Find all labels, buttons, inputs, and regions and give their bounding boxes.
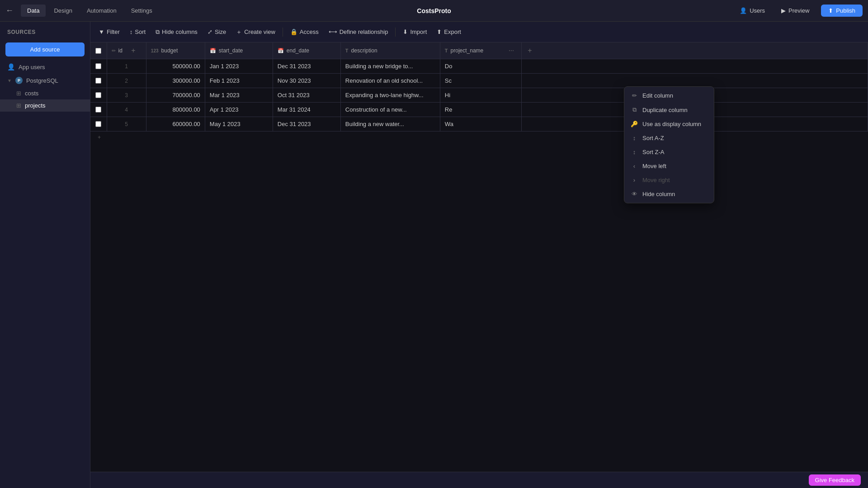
size-icon: ⤢ (208, 28, 212, 35)
move-left-icon: ‹ (631, 163, 638, 169)
export-button[interactable]: ⬆ Export (432, 26, 466, 38)
app-users-icon: 👤 (7, 63, 15, 70)
table-body: 1 500000.00 Jan 1 2023 Dec 31 2023 Build… (90, 59, 868, 131)
col-header-budget[interactable]: 123 budget (146, 42, 205, 59)
feedback-button[interactable]: Give Feedback (809, 474, 861, 486)
back-button[interactable]: ← (5, 6, 14, 15)
cell-end-date: Dec 31 2023 (273, 59, 340, 74)
budget-col-icon: 123 (151, 48, 159, 53)
col-header-end-date[interactable]: 📅 end_date (273, 42, 340, 59)
cell-end-date: Dec 31 2023 (273, 117, 340, 131)
table-row: 2 300000.00 Feb 1 2023 Nov 30 2023 Renov… (90, 74, 868, 88)
tab-settings[interactable]: Settings (125, 5, 159, 17)
col-budget-label: budget (161, 47, 178, 54)
tab-data[interactable]: Data (21, 5, 46, 17)
add-after-id-button[interactable]: + (125, 42, 142, 59)
col-header-id[interactable]: ✏ id + (107, 42, 146, 59)
sidebar-item-costs[interactable]: ⊞ costs (0, 87, 90, 99)
col-end-date-label: end_date (287, 47, 309, 54)
publish-icon: ⬆ (828, 7, 833, 14)
lock-icon: 🔒 (290, 28, 297, 35)
col-description-label: description (351, 47, 377, 54)
row-checkbox[interactable] (95, 78, 101, 84)
row-checkbox[interactable] (95, 63, 101, 69)
data-table: ✏ id + 123 budget (90, 42, 868, 131)
preview-button[interactable]: ▶ Preview (777, 5, 814, 16)
import-button[interactable]: ⬇ Import (398, 26, 431, 38)
cell-project-name: Sc (440, 74, 521, 88)
add-row-button[interactable]: + (90, 131, 868, 143)
row-checkbox[interactable] (95, 107, 101, 113)
ctx-hide-column[interactable]: 👁 Hide column (624, 187, 714, 201)
cell-description: Renovation of an old school... (340, 74, 440, 88)
add-column-header[interactable]: + (521, 42, 868, 59)
add-column-button[interactable]: + (522, 42, 538, 59)
size-button[interactable]: ⤢ Size (203, 26, 231, 38)
ctx-duplicate-column[interactable]: ⧉ Duplicate column (624, 103, 714, 117)
filter-icon: ▼ (99, 28, 104, 35)
table-row: 4 800000.00 Apr 1 2023 Mar 31 2024 Const… (90, 103, 868, 117)
create-view-button[interactable]: ＋ Create view (231, 26, 280, 38)
ctx-move-left[interactable]: ‹ Move left (624, 159, 714, 173)
ctx-move-right[interactable]: › Move right (624, 173, 714, 187)
sort-az-icon: ↕ (631, 135, 638, 141)
cell-description: Expanding a two-lane highw... (340, 88, 440, 103)
cell-end-date: Nov 30 2023 (273, 74, 340, 88)
table-row: 5 600000.00 May 1 2023 Dec 31 2023 Build… (90, 117, 868, 131)
define-relationship-button[interactable]: ⟷ Define relationship (324, 26, 393, 38)
tab-design[interactable]: Design (47, 5, 78, 17)
sidebar-item-app-users[interactable]: 👤 App users (0, 60, 90, 74)
sidebar-item-projects[interactable]: ⊞ projects (0, 99, 90, 112)
users-button[interactable]: 👤 Users (735, 5, 769, 16)
cell-project-name: Do (440, 59, 521, 74)
project-name-menu-button[interactable]: ⋯ (506, 46, 517, 56)
col-header-start-date[interactable]: 📅 start_date (205, 42, 273, 59)
projects-label: projects (25, 102, 46, 109)
cell-description: Building a new water... (340, 117, 440, 131)
sidebar-item-postgresql[interactable]: ▼ P PostgreSQL (0, 74, 90, 87)
row-checkbox-cell (90, 103, 107, 117)
table-row: 1 500000.00 Jan 1 2023 Dec 31 2023 Build… (90, 59, 868, 74)
ctx-use-display-column[interactable]: 🔑 Use as display column (624, 117, 714, 131)
tab-automation[interactable]: Automation (80, 5, 123, 17)
col-project-name-label: project_name (451, 47, 484, 54)
add-source-button[interactable]: Add source (5, 42, 85, 56)
app-users-label: App users (19, 64, 45, 70)
cell-end-date: Oct 31 2023 (273, 88, 340, 103)
filter-button[interactable]: ▼ Filter (94, 26, 124, 38)
row-number: 2 (107, 74, 146, 88)
relationship-icon: ⟷ (329, 28, 337, 35)
cell-end-date: Mar 31 2024 (273, 103, 340, 117)
export-icon: ⬆ (437, 28, 442, 35)
edit-icon: ✏ (631, 92, 638, 99)
hide-columns-icon: ⧉ (156, 28, 160, 36)
project-name-col-icon: T (445, 48, 448, 53)
nav-tabs: Data Design Automation Settings (21, 5, 735, 17)
cell-extra (521, 74, 868, 88)
cell-extra (521, 59, 868, 74)
expand-icon: ▼ (7, 78, 12, 83)
row-checkbox-cell (90, 59, 107, 74)
select-all-checkbox[interactable] (95, 48, 101, 54)
ctx-sort-az[interactable]: ↕ Sort A-Z (624, 131, 714, 145)
move-right-icon: › (631, 177, 638, 183)
table-container: ✏ id + 123 budget (90, 42, 868, 472)
cell-budget: 500000.00 (146, 59, 205, 74)
hide-columns-button[interactable]: ⧉ Hide columns (151, 26, 202, 38)
col-header-project-name[interactable]: T project_name ⋯ (440, 42, 521, 59)
import-icon: ⬇ (403, 28, 408, 35)
col-header-description[interactable]: T description (340, 42, 440, 59)
top-navigation: ← Data Design Automation Settings CostsP… (0, 0, 868, 22)
row-checkbox[interactable] (95, 92, 101, 98)
row-checkbox[interactable] (95, 121, 101, 127)
toolbar-separator-1 (283, 28, 283, 37)
access-button[interactable]: 🔒 Access (286, 26, 323, 38)
publish-button[interactable]: ⬆ Publish (821, 5, 863, 17)
id-col-icon: ✏ (112, 48, 116, 54)
cell-budget: 700000.00 (146, 88, 205, 103)
sort-button[interactable]: ↕ Sort (125, 26, 150, 38)
ctx-sort-za[interactable]: ↕ Sort Z-A (624, 145, 714, 159)
ctx-edit-column[interactable]: ✏ Edit column (624, 89, 714, 103)
content-area: ▼ Filter ↕ Sort ⧉ Hide columns ⤢ Size ＋ … (90, 22, 868, 488)
create-view-icon: ＋ (236, 28, 242, 36)
